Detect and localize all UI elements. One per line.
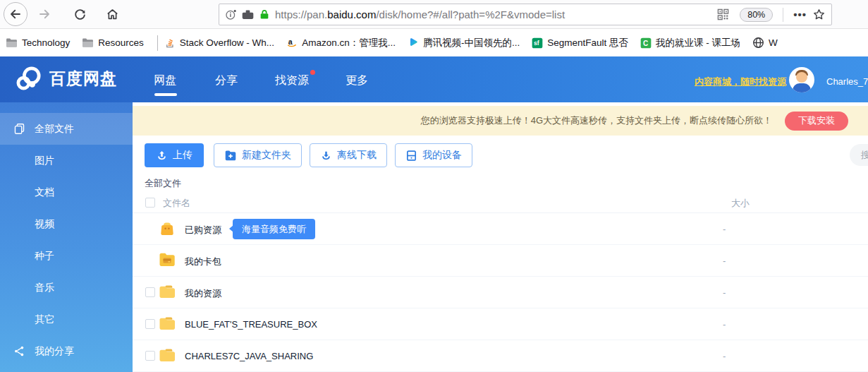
- search-input[interactable]: 搜索: [850, 144, 868, 166]
- upload-icon: [156, 150, 168, 162]
- column-size[interactable]: 大小: [731, 197, 750, 210]
- avatar-shirt: [793, 83, 811, 92]
- qr-code-icon[interactable]: [717, 8, 729, 20]
- row-checkbox[interactable]: [145, 319, 155, 329]
- offline-download-button[interactable]: 离线下载: [310, 143, 387, 167]
- bookmarks-separator: [157, 35, 158, 51]
- files-icon: [13, 123, 25, 135]
- file-size: -: [723, 351, 726, 361]
- nav-tab-item[interactable]: 分享: [215, 73, 238, 88]
- sidebar-item[interactable]: 种子: [0, 240, 133, 272]
- bookmark-label: Resources: [98, 37, 144, 48]
- bookmark-star-icon[interactable]: [812, 8, 826, 21]
- bookmark-item[interactable]: W: [752, 37, 778, 49]
- urlbar-separator: [783, 8, 783, 22]
- bookmark-item[interactable]: 腾讯视频-中国领先的...: [408, 37, 520, 49]
- reload-button[interactable]: [68, 3, 91, 25]
- promo-link[interactable]: 内容商城，随时找资源: [695, 76, 786, 88]
- content-area: 全部文件图片文档视频种子音乐其它我的分享 您的浏览器支持极速上传！4G大文件高速…: [0, 102, 868, 372]
- promo-tooltip: 海量音频免费听: [233, 219, 315, 239]
- username[interactable]: Charles_7c: [826, 76, 868, 87]
- bookmark-label: Amazon.cn：管理我...: [302, 37, 396, 49]
- sidebar-item[interactable]: 文档: [0, 176, 133, 208]
- sidebar-item[interactable]: 音乐: [0, 272, 133, 304]
- file-row[interactable]: 我的卡包-: [133, 245, 868, 277]
- page-actions-icon[interactable]: •••: [793, 8, 807, 20]
- file-name[interactable]: BLUE_FAT'S_TREASURE_BOX: [185, 319, 317, 330]
- file-size: -: [723, 256, 726, 266]
- main-panel: 您的浏览器支持极速上传！4G大文件高速秒传，支持文件夹上传，断点续传随心所欲！ …: [133, 102, 868, 372]
- avatar[interactable]: [789, 67, 814, 92]
- reload-icon: [73, 8, 87, 21]
- svg-text:a: a: [288, 37, 293, 46]
- baidu-pan-cloud-icon: [16, 66, 42, 90]
- row-checkbox[interactable]: [145, 351, 155, 361]
- bookmark-item[interactable]: Resources: [82, 37, 144, 48]
- bookmark-label: SegmentFault 思否: [547, 37, 628, 49]
- home-icon: [106, 8, 119, 21]
- bookmark-item[interactable]: sfSegmentFault 思否: [532, 37, 628, 49]
- avatar-face: [796, 72, 807, 83]
- download-install-button[interactable]: 下载安装: [785, 112, 848, 131]
- bookmark-item[interactable]: Technology: [6, 37, 70, 48]
- file-name[interactable]: 我的卡包: [185, 256, 221, 268]
- sidebar-item-label: 种子: [35, 250, 54, 263]
- sidebar-item[interactable]: 其它: [0, 304, 133, 335]
- file-name[interactable]: 已购资源: [185, 224, 221, 236]
- bag-icon: [159, 220, 176, 238]
- my-devices-button[interactable]: 我的设备: [395, 143, 472, 167]
- sidebar-item[interactable]: 视频: [0, 208, 133, 240]
- select-all-checkbox[interactable]: [145, 198, 155, 208]
- https-lock-icon: [259, 8, 270, 20]
- file-row[interactable]: CHARLES7C_JAVA_SHARING-: [133, 340, 868, 372]
- zoom-level-badge[interactable]: 80%: [740, 8, 773, 22]
- upload-label: 上传: [173, 149, 192, 162]
- sidebar-item[interactable]: 我的分享: [0, 335, 133, 367]
- active-tab-underline: [154, 93, 177, 96]
- forward-button[interactable]: [33, 3, 56, 25]
- bookmark-item[interactable]: Stack Overflow - Wh...: [165, 37, 274, 49]
- extension-icon[interactable]: [242, 9, 254, 20]
- banner-text: 您的浏览器支持极速上传！4G大文件高速秒传，支持文件夹上传，断点续传随心所欲！: [421, 114, 772, 127]
- file-row[interactable]: 我的资源-: [133, 277, 868, 308]
- file-name[interactable]: 我的资源: [185, 287, 221, 300]
- url-text[interactable]: https://pan.baidu.com/disk/home?#/all?pa…: [275, 8, 717, 20]
- sidebar-item[interactable]: 全部文件: [0, 113, 133, 145]
- file-row[interactable]: 已购资源海量音频免费听-: [133, 213, 868, 245]
- file-row[interactable]: BLUE_FAT'S_TREASURE_BOX-: [133, 308, 868, 340]
- table-header: 文件名 大小: [133, 194, 868, 213]
- back-button[interactable]: [4, 2, 27, 26]
- bookmark-label: Stack Overflow - Wh...: [180, 37, 274, 48]
- nav-tab-active[interactable]: 网盘: [154, 73, 176, 88]
- page-info-icon[interactable]: [225, 8, 237, 20]
- bookmark-item[interactable]: C我的就业课 - 课工场: [640, 37, 740, 49]
- browser-toolbar: https://pan.baidu.com/disk/home?#/all?pa…: [0, 0, 868, 29]
- upload-button[interactable]: 上传: [145, 143, 204, 167]
- file-name[interactable]: CHARLES7C_JAVA_SHARING: [185, 351, 313, 361]
- segmentfault-icon: sf: [532, 37, 543, 49]
- sidebar-item[interactable]: 图片: [0, 145, 133, 176]
- nav-tab-item[interactable]: 找资源: [275, 73, 309, 88]
- browser-window: https://pan.baidu.com/disk/home?#/all?pa…: [0, 0, 868, 372]
- svg-text:C: C: [643, 39, 648, 47]
- offline-download-icon: [320, 150, 332, 162]
- folder-gray-icon: [6, 37, 18, 48]
- sidebar-item-label: 我的分享: [35, 345, 74, 358]
- column-name[interactable]: 文件名: [163, 197, 190, 210]
- svg-text:sf: sf: [534, 40, 539, 47]
- bookmark-item[interactable]: aAmazon.cn：管理我...: [286, 37, 396, 49]
- nav-tab-item[interactable]: 更多: [346, 73, 368, 88]
- file-size: -: [723, 224, 726, 234]
- new-folder-button[interactable]: 新建文件夹: [214, 143, 302, 167]
- folder-card-icon: [159, 252, 176, 270]
- home-button[interactable]: [101, 3, 123, 25]
- file-rows: 已购资源海量音频免费听-我的卡包-我的资源-BLUE_FAT'S_TREASUR…: [133, 213, 868, 372]
- sidebar-item-label: 其它: [35, 313, 54, 326]
- row-checkbox[interactable]: [145, 287, 155, 297]
- stackoverflow-icon: [165, 37, 176, 49]
- url-bar[interactable]: https://pan.baidu.com/disk/home?#/all?pa…: [219, 4, 832, 25]
- baidu-pan-logo[interactable]: 百度网盘: [16, 66, 117, 90]
- new-folder-icon: [224, 150, 237, 161]
- bookmark-label: 我的就业课 - 课工场: [656, 37, 740, 49]
- notification-dot: [310, 70, 315, 75]
